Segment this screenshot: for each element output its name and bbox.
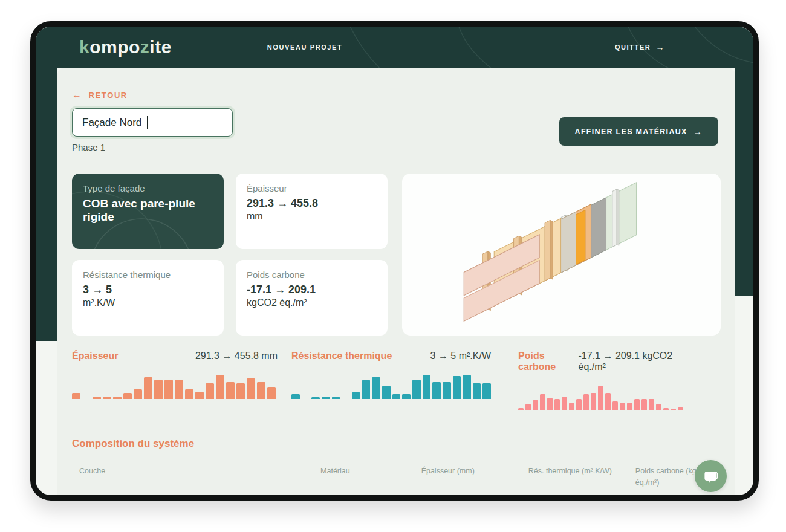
carbon-histogram-bars: [518, 386, 690, 410]
card-unit: mm: [247, 211, 377, 222]
column-header-materiau: Matériau: [320, 465, 417, 488]
composition-section-title: Composition du système: [72, 438, 721, 450]
text-caret: [147, 116, 148, 129]
facade-name-input[interactable]: [72, 108, 233, 137]
card-label: Épaisseur: [247, 183, 377, 193]
thermal-resistance-card: Résistance thermique 3 → 5 m².K/W: [72, 260, 224, 336]
arrow-left-icon: ←: [72, 89, 83, 100]
arrow-right-icon: →: [693, 127, 703, 137]
nav-quit[interactable]: QUITTER →: [615, 42, 665, 52]
chat-button[interactable]: [695, 460, 727, 492]
composition-table-header: Couche Matériau Épaisseur (mm) Rés. ther…: [72, 465, 721, 495]
carbon-histogram: Poids carbone -17.1 → 209.1 kgCO2 éq./m²: [518, 351, 690, 410]
thickness-histogram-bars: [72, 375, 278, 399]
column-header-epaisseur: Épaisseur (mm): [421, 465, 524, 488]
chart-range-value: 291.3 → 455.8 mm: [195, 351, 278, 362]
card-label: Poids carbone: [247, 270, 377, 280]
chat-bubble-icon: [702, 467, 720, 485]
facade-type-card: Type de façade COB avec pare-pluie rigid…: [72, 174, 224, 249]
nav-new-project[interactable]: NOUVEAU PROJET: [267, 44, 342, 51]
card-value: 291.3 → 455.8: [247, 197, 377, 210]
left-dark-band: [36, 68, 57, 341]
arrow-right-icon: →: [655, 42, 665, 52]
chart-range-value: 3 → 5 m².K/W: [430, 351, 491, 362]
facade-layers-illustration: [420, 179, 704, 330]
carbon-weight-card: Poids carbone -17.1 → 209.1 kgCO2 éq./m²: [236, 260, 388, 336]
right-dark-band: [735, 68, 753, 296]
thickness-histogram: Épaisseur 291.3 → 455.8 mm: [72, 351, 278, 399]
column-header-res-thermique: Rés. thermique (m².K/W): [528, 465, 631, 488]
device-frame: kompozite NOUVEAU PROJET QUITTER → ← RET…: [30, 21, 759, 501]
main-content-panel: ← RETOUR Phase 1 AFFINER LES MATÉRIAUX →…: [57, 68, 735, 495]
chart-title: Résistance thermique: [291, 351, 392, 362]
card-label: Résistance thermique: [83, 270, 213, 280]
chart-title: Épaisseur: [72, 351, 118, 362]
refine-materials-button[interactable]: AFFINER LES MATÉRIAUX →: [559, 117, 718, 146]
card-value: -17.1 → 209.1: [247, 284, 377, 296]
overview-section: Type de façade COB avec pare-pluie rigid…: [72, 174, 721, 336]
card-unit: m².K/W: [83, 297, 213, 308]
card-unit: kgCO2 éq./m²: [247, 297, 377, 308]
resistance-histogram-bars: [291, 375, 491, 399]
resistance-histogram: Résistance thermique 3 → 5 m².K/W: [291, 351, 491, 399]
histograms-section: Épaisseur 291.3 → 455.8 mm Résistance th…: [72, 351, 721, 410]
kompozite-logo[interactable]: kompozite: [79, 37, 172, 57]
card-value: 3 → 5: [83, 284, 213, 296]
stat-cards-grid: Type de façade COB avec pare-pluie rigid…: [72, 174, 388, 336]
project-name-field-wrap: [72, 108, 233, 137]
thickness-card: Épaisseur 291.3 → 455.8 mm: [236, 174, 388, 249]
column-header-couche: Couche: [79, 465, 316, 488]
facade-illustration-card: [402, 174, 721, 336]
back-button[interactable]: ← RETOUR: [72, 89, 128, 100]
top-navigation-bar: kompozite NOUVEAU PROJET QUITTER →: [36, 27, 753, 68]
chart-title: Poids carbone: [518, 351, 579, 372]
card-value: COB avec pare-pluie rigide: [83, 197, 213, 224]
card-label: Type de façade: [83, 183, 213, 193]
chart-range-value: -17.1 → 209.1 kgCO2 éq./m²: [579, 351, 690, 372]
